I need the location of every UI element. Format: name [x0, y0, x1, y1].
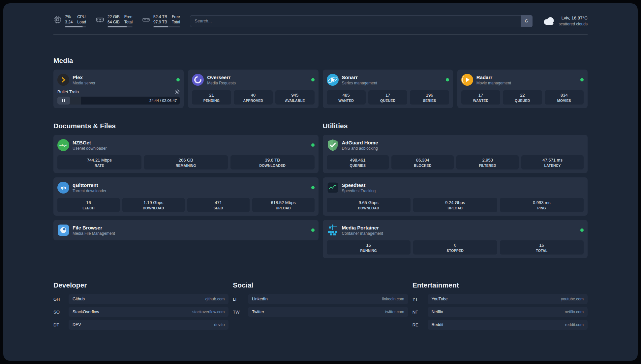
stat-tile: 22 QUEUED	[503, 90, 542, 105]
service-desc: Movie management	[476, 81, 511, 85]
cloud-icon	[542, 16, 556, 25]
cpu-meter	[65, 26, 86, 27]
service-card-sonarr[interactable]: Sonarr Series management 485 WANTED 17 Q…	[323, 70, 453, 108]
stat-tile: 17 WANTED	[461, 90, 500, 105]
status-dot	[580, 228, 584, 232]
bookmark-abbr: NF	[412, 310, 428, 315]
cpu-percent: 7%	[65, 15, 73, 20]
bookmark-twitter[interactable]: TW Twitter twitter.com	[233, 307, 408, 317]
bookmark-domain: netflix.com	[565, 310, 584, 314]
memory-label-top: Free	[124, 15, 133, 20]
status-dot	[446, 78, 449, 81]
stat-tile: 471 SEED	[187, 198, 250, 212]
bookmark-domain: youtube.com	[561, 297, 584, 301]
stat-tile: 16 TOTAL	[500, 240, 584, 255]
service-name: qBittorrent	[73, 182, 107, 188]
weather-widget: Lviv, 16.87°C scattered clouds	[542, 15, 588, 26]
stat-tile: 196 SERIES	[410, 90, 449, 105]
bookmark-abbr: GH	[53, 297, 69, 302]
playback-time: 24:44 / 02:06:47	[149, 99, 180, 103]
bookmark-name: Netflix	[432, 310, 443, 314]
bookmark-abbr: SO	[53, 310, 69, 315]
service-name: Plex	[73, 75, 95, 80]
bookmark-abbr: YT	[412, 297, 428, 302]
playback-progress-bar[interactable]: 24:44 / 02:06:47	[57, 97, 180, 105]
topbar: 7% 3.24 CPU Load	[53, 3, 588, 27]
status-dot	[311, 186, 315, 189]
status-dot	[311, 143, 315, 147]
documents-heading: Documents & Files	[53, 122, 319, 130]
cpu-icon	[53, 15, 62, 24]
service-name: File Browser	[73, 225, 115, 230]
service-card-overseerr[interactable]: Overseerr Media Requests 21 PENDING 40 A…	[188, 70, 318, 108]
bookmark-stackoverflow[interactable]: SO StackOverflow stackoverflow.com	[53, 307, 229, 317]
bookmark-name: Twitter	[252, 310, 264, 314]
stat-tile: 16 LEECH	[57, 198, 120, 212]
status-dot	[176, 78, 180, 81]
bookmark-abbr: LI	[233, 297, 248, 302]
service-card-plex[interactable]: Plex Media server Bullet Train	[53, 70, 184, 108]
stat-tile: 498,461 QUERIES	[327, 155, 389, 169]
topbar-divider	[53, 35, 588, 35]
section-social: Social LI LinkedIn linkedin.com TW Twitt…	[233, 281, 408, 333]
service-name: AdGuard Home	[342, 140, 378, 145]
service-card-radarr[interactable]: Radarr Movie management 17 WANTED 22 QUE…	[457, 70, 588, 108]
weather-location: Lviv, 16.87°C	[562, 15, 588, 21]
now-playing-title: Bullet Train	[57, 89, 79, 94]
disk-meter	[153, 26, 180, 27]
search-bar: G	[190, 15, 532, 27]
bookmark-reddit[interactable]: RE Reddit reddit.com	[412, 320, 588, 330]
bookmark-netflix[interactable]: NF Netflix netflix.com	[412, 307, 588, 317]
stat-tile: 266 GB REMAINING	[144, 155, 228, 169]
bookmark-domain: twitter.com	[385, 310, 404, 314]
nzbget-icon: nzbget	[57, 139, 69, 151]
overseerr-icon	[192, 74, 204, 86]
section-utilities: Utilities AdGuard Home	[323, 122, 588, 258]
system-resources: 7% 3.24 CPU Load	[53, 15, 180, 27]
stat-tile: 21 PENDING	[192, 90, 231, 105]
service-desc: Series management	[342, 81, 377, 85]
stat-tile: 9.24 Gbps UPLOAD	[413, 198, 497, 212]
service-desc: Container management	[342, 231, 383, 236]
status-dot	[580, 78, 584, 81]
media-heading: Media	[53, 57, 588, 65]
disk-icon	[142, 15, 150, 24]
bookmark-dev[interactable]: DT DEV dev.to	[53, 320, 229, 330]
gear-icon[interactable]	[175, 89, 180, 94]
service-name: Radarr	[476, 75, 511, 80]
cpu-load: 3.24	[65, 20, 73, 25]
service-card-portainer[interactable]: Media Portainer Container management 16 …	[323, 220, 588, 258]
dashboard-page: 7% 3.24 CPU Load	[3, 3, 638, 361]
speedtest-icon	[327, 182, 339, 194]
memory-total: 64 GiB	[107, 20, 120, 25]
search-provider-button[interactable]: G	[521, 15, 533, 27]
service-card-adguard[interactable]: AdGuard Home DNS and adblocking 498,461 …	[323, 135, 588, 173]
section-entertainment: Entertainment YT YouTube youtube.com NF …	[412, 281, 588, 333]
bookmark-github[interactable]: GH Github github.com	[53, 294, 229, 304]
bookmark-linkedin[interactable]: LI LinkedIn linkedin.com	[233, 294, 408, 304]
stat-tile: 485 WANTED	[327, 90, 366, 105]
service-card-nzbget[interactable]: nzbget NZBGet Usenet downloader 744.21 M…	[53, 135, 319, 173]
stat-tile: 834 MOVIES	[545, 90, 584, 105]
stat-tile: 0 STOPPED	[413, 240, 497, 255]
bookmark-name: LinkedIn	[252, 297, 267, 301]
disk-total: 97.9 TB	[153, 20, 167, 25]
qbittorrent-icon: qb	[57, 182, 69, 194]
service-card-qbittorrent[interactable]: qb qBittorrent Torrent downloader 16 LEE…	[53, 177, 319, 216]
memory-free: 22 GiB	[107, 15, 120, 20]
service-desc: Media File Management	[73, 231, 115, 236]
search-input[interactable]	[190, 15, 532, 27]
pause-button[interactable]	[57, 97, 70, 105]
memory-icon	[95, 15, 105, 24]
bookmark-name: YouTube	[432, 297, 448, 301]
service-card-filebrowser[interactable]: File Browser Media File Management	[53, 220, 319, 240]
filebrowser-icon	[57, 224, 69, 236]
radarr-icon	[461, 74, 473, 86]
service-card-speedtest[interactable]: Speedtest Speedtest Tracking 9.65 Gbps D…	[323, 177, 588, 216]
bookmark-youtube[interactable]: YT YouTube youtube.com	[412, 294, 588, 304]
portainer-icon	[327, 224, 339, 236]
section-documents-files: Documents & Files nzbget NZBGet Usenet d…	[53, 122, 319, 258]
service-desc: Torrent downloader	[73, 189, 107, 193]
service-name: NZBGet	[73, 140, 107, 145]
stat-tile: 47.571 ms LATENCY	[521, 155, 584, 169]
